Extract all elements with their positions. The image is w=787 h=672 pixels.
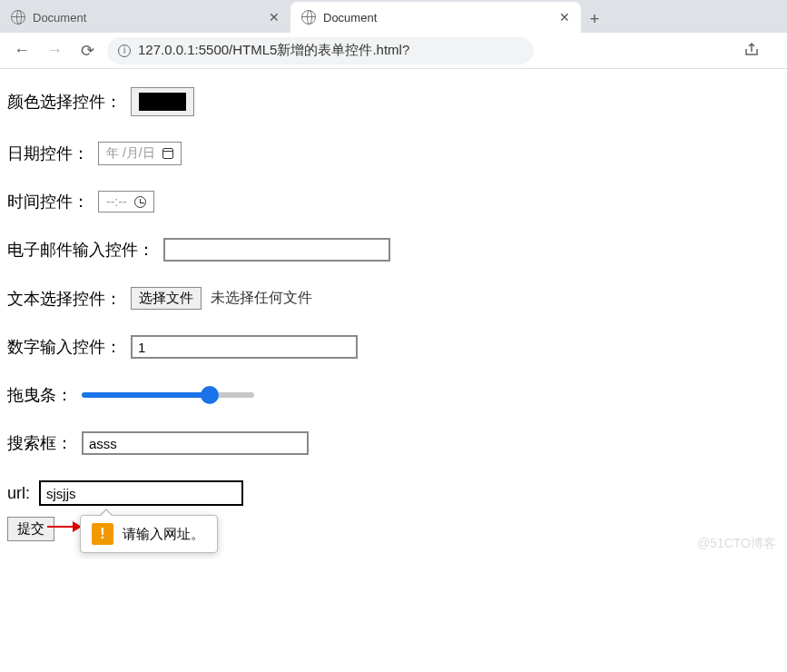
info-icon[interactable]: i xyxy=(118,44,131,57)
range-thumb[interactable] xyxy=(201,386,219,404)
time-input[interactable]: --:-- xyxy=(98,191,154,212)
date-label: 日期控件： xyxy=(7,143,89,164)
globe-icon xyxy=(301,10,316,25)
time-label: 时间控件： xyxy=(7,191,89,212)
tab-title: Document xyxy=(33,11,86,25)
page-content: 颜色选择控件： 日期控件： 年 /月/日 时间控件： --:-- 电子邮件输入控… xyxy=(0,69,787,559)
validation-tooltip: ! 请输入网址。 xyxy=(80,515,218,553)
color-swatch xyxy=(139,93,186,111)
url-label: url: xyxy=(7,484,30,503)
warning-icon: ! xyxy=(92,523,113,545)
number-label: 数字输入控件： xyxy=(7,336,122,358)
url-text: 127.0.0.1:5500/HTML5新增的表单控件.html? xyxy=(138,42,409,59)
file-choose-button[interactable]: 选择文件 xyxy=(131,287,202,310)
reload-button[interactable]: ⟳ xyxy=(74,38,100,64)
watermark: @51CTO博客 xyxy=(697,536,776,552)
close-icon[interactable]: ✕ xyxy=(559,10,570,25)
email-input[interactable] xyxy=(163,238,390,262)
tab-document-2[interactable]: Document ✕ xyxy=(290,2,581,33)
share-button[interactable] xyxy=(743,41,778,61)
range-label: 拖曳条： xyxy=(7,384,73,406)
file-label: 文本选择控件： xyxy=(7,288,122,310)
address-bar[interactable]: i 127.0.0.1:5500/HTML5新增的表单控件.html? xyxy=(107,37,534,64)
url-input[interactable] xyxy=(39,480,243,506)
time-placeholder: --:-- xyxy=(106,194,127,209)
new-tab-button[interactable]: + xyxy=(581,5,608,33)
globe-icon xyxy=(11,10,25,25)
validation-message: 请输入网址。 xyxy=(123,526,204,543)
back-button[interactable]: ← xyxy=(9,38,34,64)
range-input[interactable] xyxy=(82,392,254,398)
color-input[interactable] xyxy=(131,87,194,116)
search-input[interactable] xyxy=(82,431,309,455)
date-input[interactable]: 年 /月/日 xyxy=(98,142,182,165)
clock-icon[interactable] xyxy=(134,196,146,208)
forward-button[interactable]: → xyxy=(42,38,67,64)
close-icon[interactable]: ✕ xyxy=(269,10,280,25)
tab-strip: Document ✕ Document ✕ + xyxy=(0,0,787,33)
tab-document-1[interactable]: Document ✕ xyxy=(0,2,290,33)
search-label: 搜索框： xyxy=(7,432,73,454)
annotation-arrow xyxy=(47,526,80,528)
email-label: 电子邮件输入控件： xyxy=(7,239,154,261)
browser-toolbar: ← → ⟳ i 127.0.0.1:5500/HTML5新增的表单控件.html… xyxy=(0,33,787,69)
calendar-icon[interactable] xyxy=(162,148,173,159)
file-status: 未选择任何文件 xyxy=(211,289,312,308)
date-placeholder: 年 /月/日 xyxy=(106,145,155,162)
number-input[interactable] xyxy=(131,335,358,359)
color-label: 颜色选择控件： xyxy=(7,91,122,113)
submit-button[interactable]: 提交 xyxy=(7,517,54,541)
tab-title: Document xyxy=(323,11,377,25)
